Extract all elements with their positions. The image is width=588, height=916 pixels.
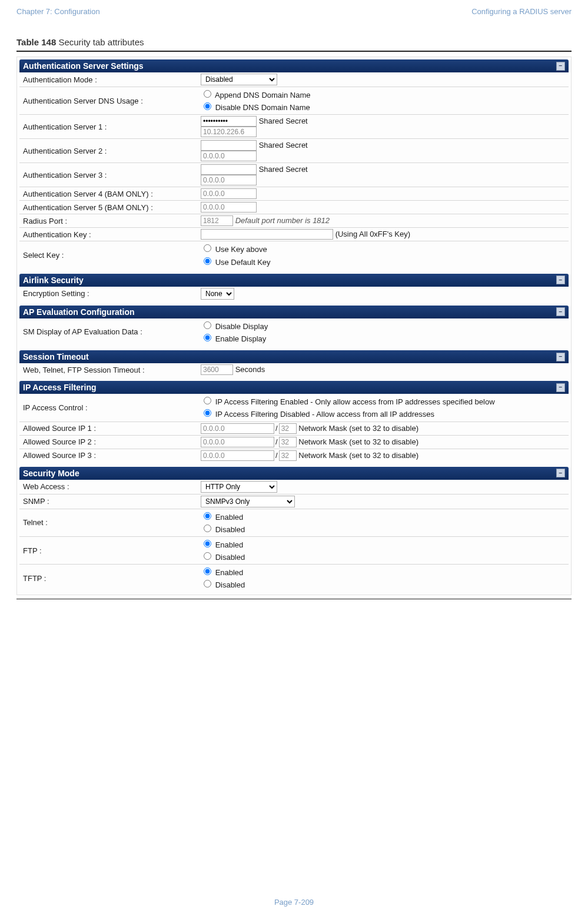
radius-port-note: Default port number is 1812 (235, 216, 330, 225)
snmp-select[interactable]: SNMPv3 Only (201, 496, 295, 507)
auth-mode-label: Authentication Mode : (19, 72, 197, 87)
snmp-label: SNMP : (19, 494, 197, 509)
telnet-disabled-radio[interactable] (204, 525, 211, 532)
panel-title: IP Access Filtering (23, 383, 97, 392)
use-key-above-radio[interactable] (204, 244, 211, 252)
disabled-label: Disabled (215, 580, 245, 589)
use-default-key-radio[interactable] (204, 257, 211, 265)
disabled-label: Disabled (215, 553, 245, 562)
tftp-disabled-radio[interactable] (204, 580, 211, 588)
ip-filter-disabled-label: IP Access Filtering Disabled - Allow acc… (215, 410, 434, 419)
allowed-ip2-input[interactable] (201, 437, 274, 447)
panel-header-session[interactable]: Session Timeout − (19, 350, 569, 363)
disabled-label: Disabled (215, 525, 245, 534)
ftp-enabled-radio[interactable] (204, 540, 211, 547)
page-header: Chapter 7: Configuration Configuring a R… (0, 0, 588, 21)
auth-server2-ip[interactable] (201, 151, 257, 161)
table-title: Table 148 Security tab attributes (16, 37, 572, 47)
panel-session-timeout: Session Timeout − Web, Telnet, FTP Sessi… (19, 350, 569, 376)
use-key-above-label: Use Key above (215, 245, 267, 254)
section-label: Configuring a RADIUS server (471, 7, 572, 16)
allowed-ip3-input[interactable] (201, 450, 274, 461)
web-access-label: Web Access : (19, 480, 197, 494)
panel-title: Authentication Server Settings (23, 61, 144, 71)
session-timeout-label: Web, Telnet, FTP Session Timeout : (19, 363, 197, 376)
panel-header-ap-eval[interactable]: AP Evaluation Configuration − (19, 306, 569, 318)
shared-secret-label: Shared Secret (259, 141, 308, 150)
auth-server3-ip[interactable] (201, 175, 257, 185)
ip-filter-disabled-radio[interactable] (204, 409, 211, 417)
dns-append-label: Append DNS Domain Name (215, 91, 311, 99)
ftp-disabled-radio[interactable] (204, 552, 211, 560)
web-access-select[interactable]: HTTP Only (201, 481, 277, 493)
enable-display-label: Enable Display (215, 334, 267, 343)
auth-server4-label: Authentication Server 4 (BAM ONLY) : (19, 187, 197, 201)
collapse-icon[interactable]: − (556, 353, 565, 361)
ftp-label: FTP : (19, 536, 197, 564)
allowed-ip1-mask[interactable] (279, 423, 297, 434)
dns-disable-radio[interactable] (204, 102, 211, 110)
allowed-ip2-mask[interactable] (279, 437, 297, 447)
auth-key-input[interactable] (201, 229, 333, 240)
collapse-icon[interactable]: − (556, 62, 565, 71)
ip-filter-enabled-radio[interactable] (204, 397, 211, 404)
panel-title: Airlink Security (23, 276, 84, 285)
allowed-ip1-label: Allowed Source IP 1 : (19, 422, 197, 435)
auth-server5-label: Authentication Server 5 (BAM ONLY) : (19, 201, 197, 214)
chapter-label: Chapter 7: Configuration (16, 7, 100, 16)
collapse-icon[interactable]: − (556, 276, 565, 284)
auth-server2-label: Authentication Server 2 : (19, 139, 197, 163)
collapse-icon[interactable]: − (556, 469, 565, 477)
telnet-label: Telnet : (19, 509, 197, 536)
panel-title: Session Timeout (23, 352, 89, 361)
table-caption: Security tab attributes (56, 37, 144, 47)
allowed-ip1-input[interactable] (201, 423, 274, 434)
seconds-label: Seconds (235, 365, 265, 374)
dns-append-radio[interactable] (204, 90, 211, 98)
tftp-enabled-radio[interactable] (204, 567, 211, 575)
auth-server1-ip[interactable] (201, 127, 257, 137)
telnet-enabled-radio[interactable] (204, 512, 211, 520)
dns-usage-label: Authentication Server DNS Usage : (19, 87, 197, 115)
enabled-label: Enabled (215, 568, 244, 577)
auth-server2-secret[interactable] (201, 140, 257, 151)
encryption-select[interactable]: None (201, 288, 234, 300)
panel-header-auth[interactable]: Authentication Server Settings − (19, 59, 569, 72)
allowed-ip2-label: Allowed Source IP 2 : (19, 435, 197, 449)
panel-auth-settings: Authentication Server Settings − Authent… (19, 59, 569, 269)
radius-port-input[interactable] (201, 215, 233, 226)
auth-key-note: (Using All 0xFF's Key) (335, 230, 410, 238)
panel-ap-eval: AP Evaluation Configuration − SM Display… (19, 306, 569, 346)
shared-secret-label: Shared Secret (259, 117, 308, 125)
collapse-icon[interactable]: − (556, 383, 565, 392)
panel-airlink: Airlink Security − Encryption Setting : … (19, 274, 569, 301)
network-mask-note: Network Mask (set to 32 to disable) (298, 451, 418, 460)
select-key-label: Select Key : (19, 241, 197, 269)
auth-server5-ip[interactable] (201, 202, 257, 213)
ip-access-control-label: IP Access Control : (19, 394, 197, 422)
panel-header-secmode[interactable]: Security Mode − (19, 467, 569, 480)
session-timeout-input[interactable] (201, 364, 233, 375)
auth-server1-secret[interactable] (201, 116, 257, 127)
rule-bottom (16, 599, 572, 599)
allowed-ip3-mask[interactable] (279, 450, 297, 461)
panel-title: AP Evaluation Configuration (23, 307, 135, 317)
disable-display-radio[interactable] (204, 321, 211, 329)
shared-secret-label: Shared Secret (259, 165, 308, 174)
tftp-label: TFTP : (19, 565, 197, 592)
panel-header-airlink[interactable]: Airlink Security − (19, 274, 569, 287)
auth-mode-select[interactable]: Disabled (201, 74, 277, 85)
enable-display-radio[interactable] (204, 334, 211, 341)
collapse-icon[interactable]: − (556, 307, 565, 316)
panel-header-ip-filter[interactable]: IP Access Filtering − (19, 381, 569, 394)
auth-key-label: Authentication Key : (19, 228, 197, 241)
dns-disable-label: Disable DNS Domain Name (215, 103, 310, 112)
auth-server3-secret[interactable] (201, 164, 257, 175)
auth-server1-label: Authentication Server 1 : (19, 115, 197, 139)
sm-display-label: SM Display of AP Evaluation Data : (19, 318, 197, 346)
radius-port-label: Radius Port : (19, 214, 197, 228)
auth-server4-ip[interactable] (201, 188, 257, 199)
allowed-ip3-label: Allowed Source IP 3 : (19, 449, 197, 462)
panel-security-mode: Security Mode − Web Access : HTTP Only S… (19, 467, 569, 592)
panel-ip-filter: IP Access Filtering − IP Access Control … (19, 381, 569, 462)
